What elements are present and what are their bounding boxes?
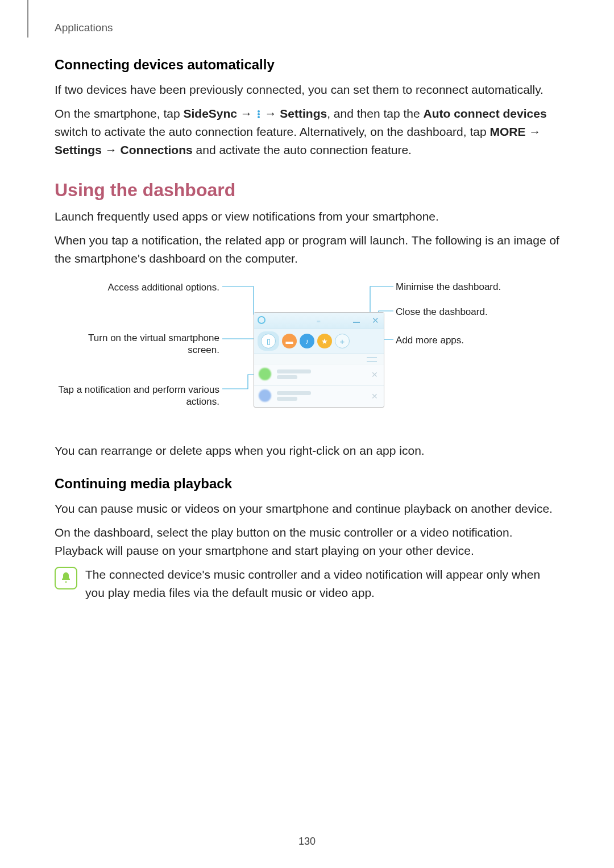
notif-app-icon: [259, 389, 271, 402]
dashboard-window: ⎓ ✕ ▯ ▬ ♪ ★ + ✕ ✕: [254, 312, 384, 408]
callout-notification: Tap a notification and perform various a…: [55, 384, 219, 408]
paragraph: If two devices have been previously conn…: [55, 81, 559, 99]
bold: MORE: [489, 125, 525, 138]
dismiss-icon[interactable]: ✕: [371, 392, 378, 401]
text: On the smartphone, tap: [55, 107, 183, 120]
page-content: Connecting devices automatically If two …: [55, 57, 559, 608]
arrow: →: [262, 107, 280, 120]
music-controller[interactable]: [254, 354, 384, 364]
paragraph: Launch frequently used apps or view noti…: [55, 207, 559, 226]
minimise-icon[interactable]: [352, 316, 361, 324]
notification-item[interactable]: ✕: [254, 385, 384, 407]
callout-options: Access additional options.: [55, 281, 219, 293]
arrow: →: [237, 107, 256, 120]
note-block: The connected device's music controller …: [55, 566, 559, 608]
heading-media: Continuing media playback: [55, 476, 559, 492]
header-divider: [27, 0, 28, 38]
text: and activate the auto connection feature…: [193, 143, 412, 156]
callout-add-apps: Add more apps.: [396, 335, 555, 346]
more-icon: [256, 110, 262, 119]
paragraph: You can pause music or videos on your sm…: [55, 500, 559, 518]
paragraph: When you tap a notification, the related…: [55, 231, 559, 268]
paragraph: You can rearrange or delete apps when yo…: [55, 442, 559, 460]
paragraph: On the dashboard, select the play button…: [55, 524, 559, 560]
notification-item[interactable]: ✕: [254, 364, 384, 385]
callout-minimise: Minimise the dashboard.: [396, 281, 555, 293]
notif-text: [277, 368, 311, 381]
bold: Settings: [280, 107, 327, 120]
text: , and then tap the: [327, 107, 423, 120]
bell-icon: [55, 567, 77, 589]
dashboard-titlebar: ⎓ ✕: [254, 313, 384, 329]
favorites-app-icon[interactable]: ★: [317, 334, 332, 348]
close-icon[interactable]: ✕: [372, 315, 379, 326]
header-breadcrumb: Applications: [55, 22, 113, 34]
arrow: →: [102, 143, 121, 156]
callout-virtual-screen: Turn on the virtual smartphone screen.: [55, 332, 219, 356]
add-app-icon[interactable]: +: [335, 334, 350, 348]
notif-app-icon: [259, 368, 271, 380]
notif-text: [277, 389, 311, 402]
dashboard-apps-row: ▯ ▬ ♪ ★ +: [254, 329, 384, 354]
folder-app-icon[interactable]: ▬: [282, 334, 297, 348]
heading-using-dashboard: Using the dashboard: [55, 180, 559, 201]
refresh-icon[interactable]: [258, 316, 265, 324]
music-app-icon[interactable]: ♪: [300, 334, 314, 348]
note-text: The connected device's music controller …: [85, 566, 559, 602]
paragraph: On the smartphone, tap SideSync → → Sett…: [55, 105, 559, 159]
bold: Auto connect devices: [424, 107, 547, 120]
app-pill: ▯: [258, 331, 279, 351]
arrow: →: [525, 125, 541, 138]
bold: Connections: [121, 143, 193, 156]
heading-connecting: Connecting devices automatically: [55, 57, 559, 73]
callout-close: Close the dashboard.: [396, 306, 555, 318]
page-number: 130: [0, 836, 614, 848]
phone-screen-icon[interactable]: ▯: [261, 334, 276, 348]
bold: Settings: [55, 143, 102, 156]
dismiss-icon[interactable]: ✕: [371, 370, 378, 379]
usb-icon: ⎓: [317, 318, 325, 323]
diagram: Access additional options. Turn on the v…: [55, 278, 555, 426]
bold: SideSync: [183, 107, 237, 120]
text: switch to activate the auto connection f…: [55, 125, 489, 138]
